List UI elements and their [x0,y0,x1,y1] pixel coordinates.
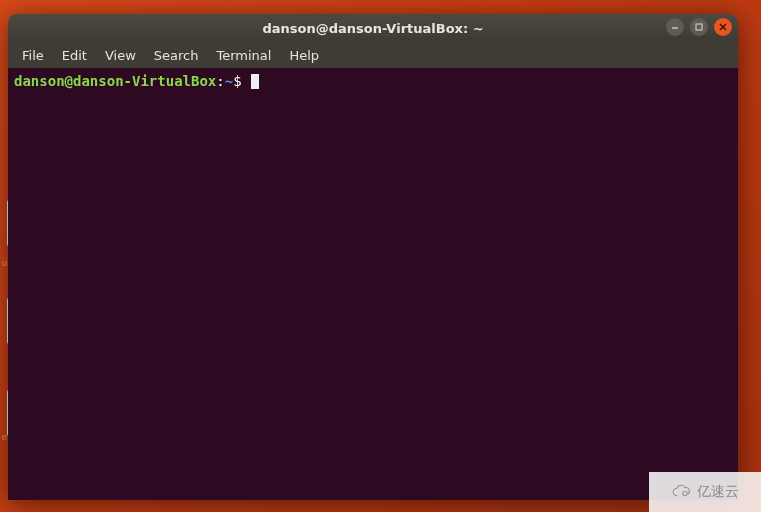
menu-file[interactable]: File [14,45,52,66]
prompt-colon: : [216,73,224,89]
menu-help[interactable]: Help [281,45,327,66]
titlebar[interactable]: danson@danson-VirtualBox: ~ [8,14,738,42]
launcher-fragment-label: e [2,432,7,442]
prompt-path: ~ [225,73,233,89]
minimize-button[interactable] [666,18,684,36]
prompt-line: danson@danson-VirtualBox:~$ [14,72,732,90]
window-controls [666,18,732,36]
watermark: 亿速云 [649,472,761,512]
close-icon [718,22,728,32]
menubar: File Edit View Search Terminal Help [8,42,738,68]
svg-rect-1 [696,24,702,30]
maximize-button[interactable] [690,18,708,36]
terminal-window: danson@danson-VirtualBox: ~ File Edit Vi… [8,14,738,500]
maximize-icon [694,22,704,32]
watermark-text: 亿速云 [697,483,739,501]
menu-edit[interactable]: Edit [54,45,95,66]
minimize-icon [670,22,680,32]
cloud-icon [671,483,693,501]
close-button[interactable] [714,18,732,36]
cursor-icon [251,74,259,89]
menu-view[interactable]: View [97,45,144,66]
menu-search[interactable]: Search [146,45,207,66]
svg-point-4 [683,491,687,495]
launcher-fragment-label: u [2,258,7,268]
window-title: danson@danson-VirtualBox: ~ [262,21,483,36]
prompt-dollar: $ [233,73,241,89]
prompt-user-host: danson@danson-VirtualBox [14,73,216,89]
menu-terminal[interactable]: Terminal [208,45,279,66]
terminal-body[interactable]: danson@danson-VirtualBox:~$ [8,68,738,500]
